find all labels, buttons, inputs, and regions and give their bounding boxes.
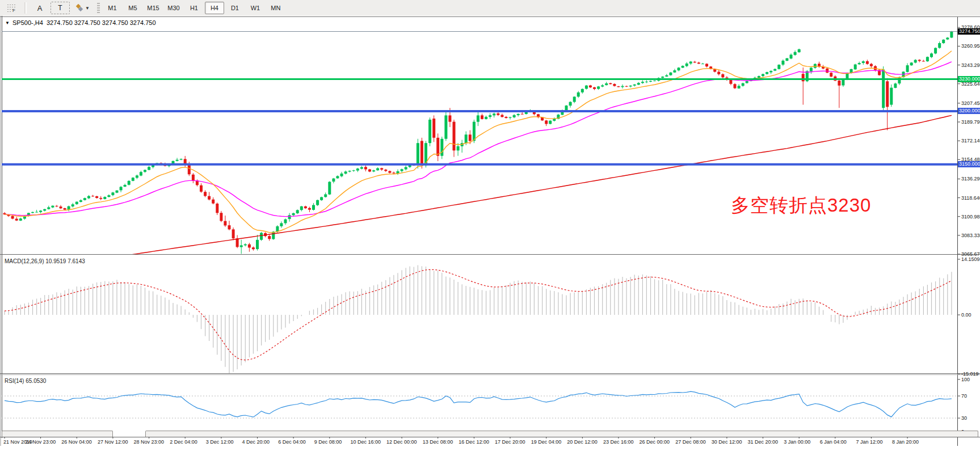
- date-axis-label: 20 Dec 12:00: [567, 439, 598, 445]
- bottom-panel-tab[interactable]: [2, 431, 113, 437]
- chart-title: SP500-,H4 3274.750 3274.750 3274.750 327…: [12, 19, 156, 26]
- date-axis-label: 13 Dec 08:00: [423, 439, 453, 445]
- fgrid-letter: F: [12, 8, 15, 12]
- annotate-a-button[interactable]: A: [30, 2, 49, 14]
- date-axis-label: 12 Dec 00:00: [386, 439, 417, 445]
- date-axis-label: 6 Jan 04:00: [820, 439, 847, 445]
- date-axis-label: 17 Dec 20:00: [495, 439, 525, 445]
- date-axis-label: 16 Dec 12:00: [459, 439, 489, 445]
- timeframe-button-m1[interactable]: M1: [103, 2, 122, 14]
- chevron-down-icon: ▼: [85, 6, 90, 11]
- macd-axis-label: 14.1509: [961, 256, 980, 262]
- date-axis-label: 6 Dec 04:00: [278, 439, 306, 445]
- text-tool-button[interactable]: T: [51, 2, 70, 14]
- price-axis-label: 3207.450: [961, 100, 980, 106]
- rsi-axis-label: 70: [961, 393, 980, 399]
- timeframe-button-m15[interactable]: M15: [144, 2, 163, 14]
- date-axis-label: 26 Dec 00:00: [640, 439, 670, 445]
- price-marker-3274.750: 3274.750: [958, 28, 980, 35]
- timeframe-group: M1M5M15M30H1H4D1W1MN: [102, 2, 286, 14]
- date-axis-label: 27 Dec 08:00: [675, 439, 706, 445]
- date-axis-label: 28 Nov 23:00: [134, 439, 165, 445]
- price-axis-label: 3118.640: [961, 195, 980, 201]
- mt4-window: F A T ▼ M1M5M15M30H1H4D1W1MN ▼ SP500-,H4…: [0, 0, 980, 451]
- date-axis-label: 19 Dec 04:00: [531, 439, 562, 445]
- rsi-axis-label: 30: [961, 415, 980, 421]
- date-axis-label: 24 Nov 23:00: [26, 439, 56, 445]
- timeframe-button-w1[interactable]: W1: [246, 2, 265, 14]
- price-axis-label: 3083.330: [961, 233, 980, 238]
- timeframe-button-m5[interactable]: M5: [123, 2, 142, 14]
- price-marker-3200.000: 3200.000: [958, 108, 980, 114]
- price-axis-label: 3189.795: [961, 119, 980, 125]
- date-axis-label: 7 Jan 12:00: [856, 439, 882, 445]
- price-axis-label: 3172.140: [961, 138, 980, 144]
- date-axis-label: 27 Nov 12:00: [98, 439, 128, 445]
- fgrid-tool-button[interactable]: F: [2, 2, 21, 14]
- price-axis-label: 3260.950: [961, 43, 980, 49]
- grid-f-icon: F: [7, 3, 16, 12]
- bottom-panel-tab[interactable]: [145, 431, 978, 437]
- timeframe-button-d1[interactable]: D1: [225, 2, 245, 14]
- macd-axis-label: 0.00: [961, 312, 980, 318]
- date-axis-label: 4 Dec 20:00: [242, 439, 270, 445]
- date-axis-label: 3 Jan 00:00: [784, 439, 810, 445]
- timeframe-button-h1[interactable]: H1: [184, 2, 204, 14]
- date-axis-label: 8 Jan 20:00: [892, 439, 919, 445]
- timeframe-button-mn[interactable]: MN: [266, 2, 285, 14]
- chart-canvas[interactable]: [0, 16, 980, 446]
- objects-tool-button[interactable]: ▼: [71, 2, 93, 14]
- price-axis-label: 3136.295: [961, 176, 980, 182]
- chart-dropdown-caret-icon[interactable]: ▼: [5, 20, 10, 26]
- chart-annotation-text: 多空转折点3230: [731, 193, 871, 218]
- date-axis-label: 10 Dec 16:00: [350, 439, 381, 445]
- date-axis-label: 3 Dec 12:00: [206, 439, 234, 445]
- toolbar-drag-handle[interactable]: [97, 3, 100, 13]
- timeframe-button-m30[interactable]: M30: [164, 2, 183, 14]
- toolbar: F A T ▼ M1M5M15M30H1H4D1W1MN: [0, 0, 980, 16]
- date-axis-label: 2 Dec 04:00: [170, 439, 197, 445]
- price-marker-3230.000: 3230.000: [958, 76, 980, 82]
- shapes-icon: [74, 4, 83, 12]
- toolbar-separator: [24, 2, 27, 14]
- rsi-label: RSI(14) 65.0530: [5, 378, 46, 384]
- macd-axis-label: -15.019: [961, 371, 980, 377]
- price-marker-3150.000: 3150.000: [958, 161, 980, 167]
- timeframe-button-h4[interactable]: H4: [205, 2, 224, 14]
- date-axis-label: 26 Nov 04:00: [61, 439, 92, 445]
- price-axis-label: 3243.295: [961, 62, 980, 68]
- date-axis-label: 23 Dec 16:00: [603, 439, 634, 445]
- rsi-axis-label: 100: [961, 377, 980, 382]
- date-axis-label: 9 Dec 08:00: [314, 439, 342, 445]
- macd-label: MACD(12,26,9) 10.9519 7.6143: [5, 258, 85, 264]
- price-axis-label: 3100.985: [961, 214, 980, 220]
- date-axis-label: 30 Dec 12:00: [712, 439, 742, 445]
- date-axis-label: 31 Dec 20:00: [748, 439, 779, 445]
- chart-window[interactable]: ▼ SP500-,H4 3274.750 3274.750 3274.750 3…: [0, 16, 980, 446]
